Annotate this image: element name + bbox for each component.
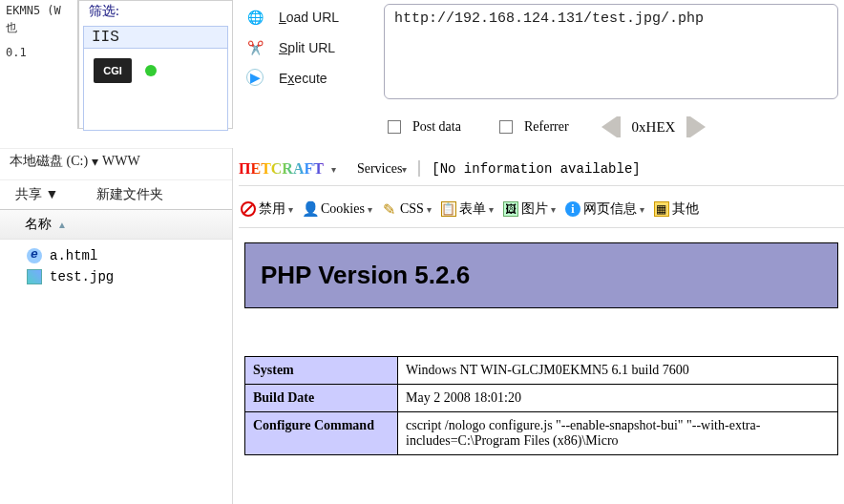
iis-box: IIS CGI — [83, 26, 228, 131]
netcraft-logo[interactable]: ПETCRAFT — [239, 160, 324, 178]
post-data-checkbox[interactable] — [388, 120, 401, 134]
tree-line: EKMN5 (W — [6, 2, 72, 19]
netcraft-bar: ПETCRAFT ▾ Services▾ │ [No information a… — [239, 160, 844, 186]
other-menu[interactable]: ▦其他 — [652, 200, 701, 218]
netcraft-status: [No information available] — [432, 161, 640, 177]
post-options-row: Post data Referrer 0xHEX — [388, 116, 706, 137]
css-menu[interactable]: ✎CSS▾ — [380, 201, 433, 217]
forbid-icon — [241, 201, 256, 217]
hex-prev-button[interactable] — [601, 116, 621, 137]
phpinfo-table: SystemWindows NT WIN-GLCJM0EKMN5 6.1 bui… — [244, 356, 838, 455]
iis-title: IIS — [84, 27, 227, 49]
page-content: PHP Version 5.2.6 SystemWindows NT WIN-G… — [239, 235, 844, 504]
post-data-label: Post data — [412, 119, 461, 135]
filter-label: 筛选: — [79, 1, 232, 22]
url-tools: 🌐 ✂️ ▶ Load URL Split URL Execute — [233, 0, 844, 105]
images-menu[interactable]: 🖼图片▾ — [501, 200, 558, 218]
cookies-icon: 👤 — [303, 201, 318, 217]
file-list: a.html test.jpg — [0, 240, 232, 293]
cell-val: Windows NT WIN-GLCJM0EKMN5 6.1 build 760… — [398, 357, 838, 385]
php-version-banner: PHP Version 5.2.6 — [244, 242, 838, 308]
info-icon: i — [565, 201, 580, 217]
cell-key: Configure Command — [245, 412, 398, 455]
hex-next-button[interactable] — [686, 116, 706, 137]
image-icon: 🖼 — [503, 201, 518, 217]
disable-menu[interactable]: 禁用▾ — [239, 200, 295, 218]
breadcrumb[interactable]: 本地磁盘 (C:) ▾ WWW — [0, 148, 232, 180]
file-row[interactable]: test.jpg — [0, 266, 232, 287]
separator: │ — [414, 161, 424, 177]
cell-val: May 2 2008 18:01:20 — [398, 385, 838, 412]
image-file-icon — [27, 269, 42, 284]
table-row: Configure Commandcscript /nologo configu… — [245, 412, 838, 455]
share-button[interactable]: 共享 ▼ — [15, 186, 58, 203]
hex-label: 0xHEX — [632, 119, 676, 136]
html-file-icon — [27, 248, 42, 263]
netcraft-menu-icon[interactable]: ▾ — [331, 164, 336, 175]
clipboard-icon: 📋 — [441, 201, 456, 217]
explorer-panel: 本地磁盘 (C:) ▾ WWW 共享 ▼ 新建文件夹 名称 ▲ a.html t… — [0, 148, 233, 504]
execute-icon[interactable]: ▶ — [246, 69, 264, 86]
cell-key: Build Date — [245, 385, 398, 412]
split-url-label[interactable]: Split URL — [279, 38, 374, 57]
tree-line: 0.1 — [6, 44, 72, 61]
file-name: a.html — [50, 248, 97, 263]
chevron-down-icon[interactable]: ▾ — [92, 154, 98, 170]
forms-menu[interactable]: 📋表单▾ — [439, 200, 496, 218]
file-row[interactable]: a.html — [0, 245, 232, 266]
filter-panel: 筛选: IIS CGI — [78, 0, 233, 129]
table-row: Build DateMay 2 2008 18:01:20 — [245, 385, 838, 412]
css-icon: ✎ — [382, 201, 397, 217]
load-url-icon[interactable]: 🌐 — [245, 8, 264, 27]
split-url-icon[interactable]: ✂️ — [245, 38, 264, 57]
referrer-checkbox[interactable] — [499, 120, 513, 134]
book-icon: ▦ — [654, 201, 669, 217]
table-row: SystemWindows NT WIN-GLCJM0EKMN5 6.1 bui… — [245, 357, 838, 385]
new-folder-button[interactable]: 新建文件夹 — [96, 186, 163, 203]
file-name: test.jpg — [50, 269, 114, 284]
cell-key: System — [245, 357, 398, 385]
column-header-name[interactable]: 名称 ▲ — [0, 209, 232, 240]
services-menu[interactable]: Services▾ — [357, 161, 407, 177]
tree-line: 也 — [6, 19, 72, 36]
pageinfo-menu[interactable]: i网页信息▾ — [563, 200, 646, 218]
cgi-icon[interactable]: CGI — [94, 58, 132, 83]
execute-label[interactable]: Execute — [279, 69, 374, 88]
sort-asc-icon: ▲ — [57, 220, 67, 230]
cookies-menu[interactable]: 👤Cookies▾ — [301, 201, 374, 217]
crumb-folder[interactable]: WWW — [102, 154, 140, 169]
crumb-drive[interactable]: 本地磁盘 (C:) — [10, 153, 88, 170]
load-url-label[interactable]: Load URL — [279, 8, 374, 27]
referrer-label: Referrer — [524, 119, 569, 135]
status-dot-icon — [145, 65, 157, 76]
tree-fragment: EKMN5 (W 也 0.1 — [0, 0, 78, 129]
url-input[interactable] — [384, 4, 838, 99]
cell-val: cscript /nologo configure.js "--enable-s… — [398, 412, 838, 455]
devtools-toolbar: 禁用▾ 👤Cookies▾ ✎CSS▾ 📋表单▾ 🖼图片▾ i网页信息▾ ▦其他 — [239, 197, 844, 228]
